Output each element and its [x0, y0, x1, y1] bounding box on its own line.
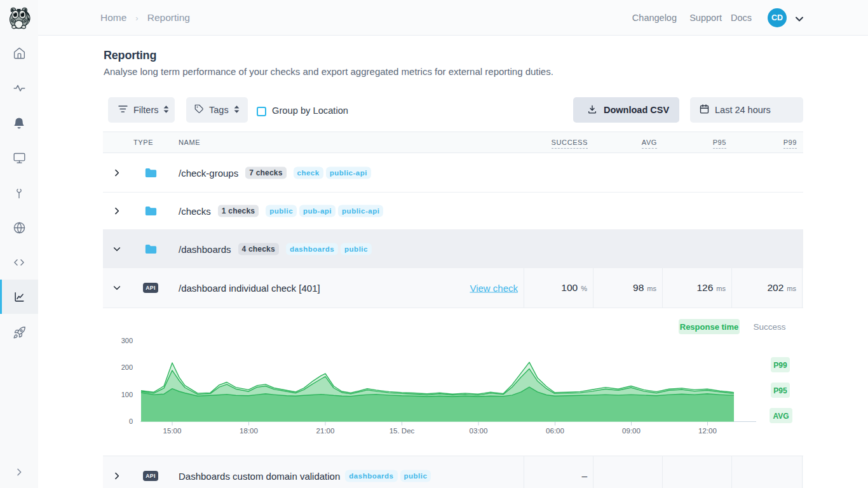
svg-text:300: 300: [121, 337, 133, 344]
svg-text:200: 200: [121, 363, 133, 371]
svg-text:15:00: 15:00: [163, 427, 182, 435]
svg-text:15. Dec: 15. Dec: [390, 427, 415, 435]
svg-text:0: 0: [129, 417, 133, 425]
svg-text:P95: P95: [773, 386, 787, 395]
svg-text:Response time: Response time: [680, 322, 738, 332]
svg-text:21:00: 21:00: [316, 427, 335, 435]
svg-text:100: 100: [121, 391, 133, 398]
svg-text:AVG: AVG: [773, 412, 789, 421]
svg-text:03:00: 03:00: [470, 427, 488, 435]
svg-text:18:00: 18:00: [240, 427, 258, 435]
svg-text:09:00: 09:00: [622, 427, 641, 435]
svg-text:12:00: 12:00: [698, 427, 717, 435]
svg-text:06:00: 06:00: [546, 427, 564, 435]
svg-text:P99: P99: [773, 361, 787, 370]
svg-text:Success: Success: [753, 322, 785, 332]
